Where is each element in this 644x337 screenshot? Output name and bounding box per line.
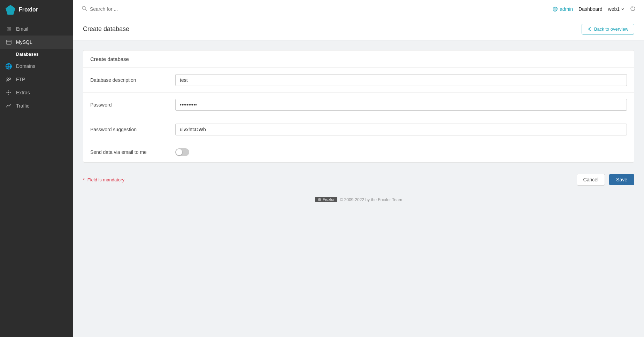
topbar-web1[interactable]: web1	[608, 6, 624, 12]
sidebar-item-traffic[interactable]: Traffic	[0, 99, 73, 112]
topbar-right: admin Dashboard web1	[553, 6, 636, 13]
page-title: Create database	[83, 25, 129, 33]
svg-rect-0	[6, 40, 11, 44]
back-to-overview-button[interactable]: Back to overview	[582, 24, 634, 34]
form-row-db-description: Database description	[83, 68, 634, 93]
search-input[interactable]	[90, 6, 181, 12]
search-icon	[82, 6, 87, 12]
send-email-toggle[interactable]	[175, 148, 189, 156]
topbar-dashboard-link[interactable]: Dashboard	[578, 6, 603, 12]
form-card-header: Create database	[83, 50, 634, 68]
search-box	[82, 6, 547, 12]
form-card: Create database Database description Pas…	[83, 50, 634, 163]
sidebar-item-ftp[interactable]: FTP	[0, 73, 73, 86]
sidebar-item-domains-label: Domains	[16, 63, 35, 69]
svg-marker-7	[318, 198, 321, 201]
password-input[interactable]	[175, 99, 627, 111]
db-description-label: Database description	[90, 77, 167, 83]
mandatory-text: Field is mandatory	[87, 177, 124, 182]
web1-label: web1	[608, 6, 620, 12]
form-card-body: Database description Password Password s…	[83, 68, 634, 162]
mandatory-note: * Field is mandatory	[83, 177, 126, 182]
form-row-password-suggestion: Password suggestion	[83, 117, 634, 142]
admin-label: admin	[560, 6, 573, 12]
password-suggestion-input[interactable]	[175, 124, 627, 135]
footer: Froxlor © 2009-2022 by the Froxlor Team	[73, 191, 644, 208]
back-button-label: Back to overview	[594, 26, 628, 32]
content: Create database Back to overview Create …	[73, 18, 644, 337]
sidebar-sub-databases[interactable]: Databases	[0, 49, 73, 60]
sidebar-item-domains[interactable]: 🌐 Domains	[0, 60, 73, 73]
page-header: Create database Back to overview	[73, 18, 644, 40]
sidebar-item-email[interactable]: ✉ Email	[0, 22, 73, 36]
send-email-label: Send data via email to me	[90, 149, 167, 155]
sidebar: Froxlor ✉ Email MySQL Databases 🌐 Domain…	[0, 0, 73, 337]
form-buttons: Cancel Save	[577, 174, 634, 186]
email-icon: ✉	[6, 26, 12, 32]
sidebar-item-email-label: Email	[16, 26, 28, 32]
sidebar-item-mysql-label: MySQL	[16, 39, 32, 45]
password-suggestion-label: Password suggestion	[90, 127, 167, 132]
mandatory-asterisk: *	[83, 177, 85, 182]
actions-row: * Field is mandatory Cancel Save	[73, 168, 644, 191]
svg-line-6	[85, 9, 87, 11]
sidebar-item-extras-label: Extras	[16, 90, 30, 95]
password-label: Password	[90, 102, 167, 108]
traffic-icon	[6, 103, 12, 109]
form-wrapper: Create database Database description Pas…	[73, 40, 644, 168]
save-button[interactable]: Save	[609, 174, 634, 185]
cancel-button[interactable]: Cancel	[577, 174, 605, 186]
form-row-password: Password	[83, 93, 634, 117]
sidebar-sub-mysql: Databases	[0, 49, 73, 60]
power-icon[interactable]	[630, 6, 636, 13]
footer-logo-text: Froxlor	[323, 197, 335, 202]
sidebar-item-extras[interactable]: Extras	[0, 86, 73, 99]
topbar: admin Dashboard web1	[73, 0, 644, 18]
sidebar-item-ftp-label: FTP	[16, 77, 25, 82]
topbar-admin[interactable]: admin	[553, 6, 573, 12]
sidebar-item-mysql[interactable]: MySQL	[0, 36, 73, 49]
footer-text: © 2009-2022 by the Froxlor Team	[340, 197, 402, 202]
form-row-send-email: Send data via email to me	[83, 142, 634, 162]
domains-icon: 🌐	[6, 63, 12, 69]
svg-point-2	[7, 78, 9, 80]
svg-point-4	[8, 92, 9, 93]
footer-logo: Froxlor	[315, 197, 337, 202]
main: admin Dashboard web1 Create database	[73, 0, 644, 337]
sidebar-logo: Froxlor	[0, 0, 73, 19]
logo-text: Froxlor	[19, 7, 38, 13]
db-description-input[interactable]	[175, 74, 627, 86]
toggle-knob	[176, 149, 182, 155]
sidebar-nav: ✉ Email MySQL Databases 🌐 Domains	[0, 22, 73, 112]
mysql-icon	[6, 39, 12, 45]
extras-icon	[6, 89, 12, 96]
sidebar-item-traffic-label: Traffic	[16, 103, 29, 109]
logo-icon	[6, 5, 15, 15]
ftp-icon	[6, 76, 12, 83]
svg-point-3	[9, 78, 11, 80]
